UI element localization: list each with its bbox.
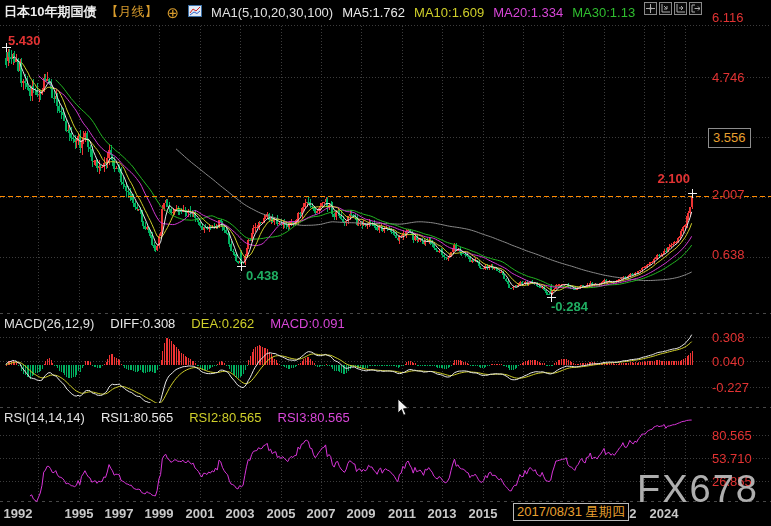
marker-all-time-high: 5.430 [8, 33, 41, 48]
macd-axis-high: 0.308 [712, 330, 745, 345]
time-label-2003: 2003 [226, 506, 255, 521]
crosshair-price-label: 3.556 [708, 128, 751, 148]
ma10-value: MA10:1.609 [414, 5, 484, 20]
time-label-2011: 2011 [388, 506, 416, 521]
rsi-axis-mid: 53.710 [712, 451, 752, 466]
mouse-pointer-icon [397, 399, 409, 421]
macd-axis-mid: 0.040 [712, 354, 745, 369]
macd-header: MACD(26,12,9) DIFF:0.308 DEA:0.262 MACD:… [4, 316, 345, 331]
header-bar: 日本10年期国债 【月线】 ⊕ MA1(5,10,20,30,100) MA5:… [4, 3, 635, 21]
exit-chart-tool-icon[interactable] [689, 2, 702, 15]
rsi-header: RSI(14,14,14) RSI1:80.565 RSI2:80.565 RS… [4, 410, 350, 425]
marker-low-2018: -0.284 [551, 299, 588, 314]
macd-hist-value: MACD:0.091 [270, 316, 344, 331]
chart-toolbar [644, 2, 702, 15]
ma20-value: MA20:1.334 [493, 5, 563, 20]
crosshair-date-label: 2017/08/31 星期四 [513, 503, 629, 521]
macd-diff-value: DIFF:0.308 [110, 316, 175, 331]
marker-recent-high: 2.100 [657, 171, 690, 186]
ma30-value: MA30:1.13 [572, 5, 635, 20]
time-label-2001: 2001 [186, 506, 215, 521]
add-indicator-icon[interactable]: ⊕ [166, 6, 179, 19]
macd-dea-value: DEA:0.262 [191, 316, 254, 331]
time-label-1999: 1999 [145, 506, 174, 521]
marker-low-2003: 0.438 [246, 268, 279, 283]
time-label-2005: 2005 [267, 506, 296, 521]
mini-chart-icon[interactable] [188, 5, 202, 20]
axis-scroll-tool-icon[interactable] [674, 2, 687, 15]
chart-window: 日本10年期国债 【月线】 ⊕ MA1(5,10,20,30,100) MA5:… [0, 0, 771, 526]
ma-settings-label: MA1(5,10,20,30,100) [211, 5, 333, 20]
chart-canvas[interactable] [0, 0, 771, 526]
time-label-1997: 1997 [105, 506, 134, 521]
price-line-label: 2.007 [712, 187, 745, 202]
time-label-1995: 1995 [65, 506, 94, 521]
period-selector[interactable]: 【月线】 [105, 3, 157, 21]
macd-axis-low: -0.227 [712, 380, 749, 395]
watermark: FX678 [637, 468, 759, 511]
rsi3-value: RSI3:80.565 [278, 410, 350, 425]
rsi2-value: RSI2:80.565 [189, 410, 261, 425]
y-axis-label-0638: 0.638 [712, 247, 745, 262]
rsi-axis-high: 80.565 [712, 428, 752, 443]
time-label-1992: 1992 [4, 506, 33, 521]
y-axis-label-6116: 6.116 [712, 10, 744, 25]
macd-title: MACD(26,12,9) [4, 316, 94, 331]
axis-zoom-tool-icon[interactable] [659, 2, 672, 15]
time-label-2007: 2007 [307, 506, 336, 521]
time-label-2013: 2013 [428, 506, 457, 521]
rsi1-value: RSI1:80.565 [101, 410, 173, 425]
y-axis-label-4746: 4.746 [712, 70, 745, 85]
rsi-title: RSI(14,14,14) [4, 410, 85, 425]
time-label-2015: 2015 [469, 506, 498, 521]
instrument-title: 日本10年期国债 [4, 3, 96, 21]
crosshair-tool-icon[interactable] [644, 2, 657, 15]
ma5-value: MA5:1.762 [342, 5, 405, 20]
time-label-2009: 2009 [347, 506, 376, 521]
